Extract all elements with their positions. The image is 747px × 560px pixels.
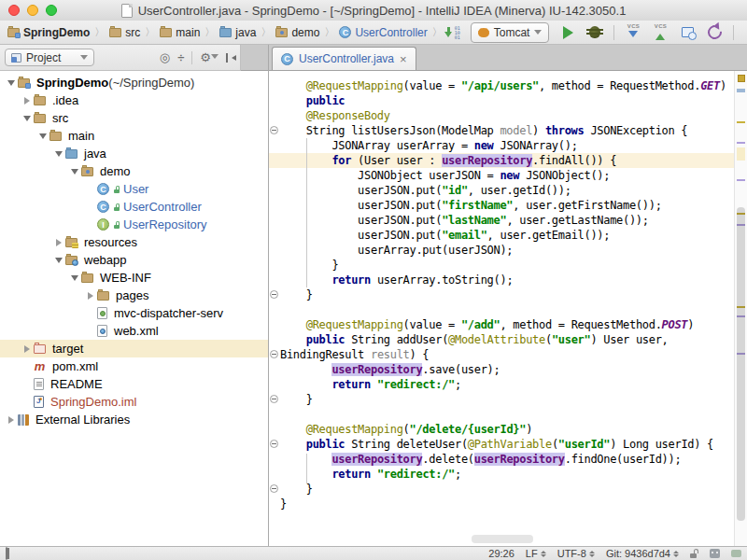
- tree-item-pages[interactable]: pages: [0, 287, 268, 304]
- expand-arrow[interactable]: [52, 239, 64, 246]
- code-line[interactable]: }: [269, 497, 734, 511]
- hide-panel-button[interactable]: [226, 53, 235, 63]
- expand-arrow[interactable]: [52, 151, 64, 157]
- code-line[interactable]: public: [269, 93, 734, 108]
- toggle-toolwindows-button[interactable]: [6, 548, 7, 559]
- tree-item-readme[interactable]: README: [0, 375, 268, 393]
- code-line[interactable]: userJSON.put("id", user.getId());: [269, 183, 734, 198]
- tree-item-resources[interactable]: resources: [0, 233, 268, 251]
- tree-item-external-libraries[interactable]: External Libraries: [0, 411, 268, 428]
- code-line[interactable]: [269, 302, 734, 317]
- vertical-scrollbar[interactable]: [737, 207, 745, 521]
- breadcrumb-item-usercontroller[interactable]: C UserController: [337, 26, 429, 39]
- code-line[interactable]: userRepository.save(user);: [269, 362, 734, 377]
- code-line[interactable]: for (User user : userRepository.findAll(…: [269, 153, 734, 168]
- breadcrumb-item-demo[interactable]: demo: [274, 26, 321, 39]
- notifications-button[interactable]: [731, 550, 741, 557]
- recent-changes-button[interactable]: [679, 23, 696, 42]
- horizontal-scrollbar[interactable]: [472, 535, 533, 543]
- code-line[interactable]: public String addUser(@ModelAttribute("u…: [269, 332, 734, 347]
- expand-arrow[interactable]: [52, 258, 64, 263]
- code-line[interactable]: BindingResult result) {: [269, 347, 734, 362]
- expand-arrow[interactable]: [5, 416, 17, 424]
- stripe-mark[interactable]: [737, 121, 745, 123]
- highlighting-level-button[interactable]: [710, 549, 720, 558]
- code-line[interactable]: @RequestMapping(value = "/add", method =…: [269, 317, 734, 332]
- tree-item-java[interactable]: java: [0, 145, 268, 162]
- tree-item-webapp[interactable]: webapp: [0, 251, 268, 269]
- readonly-toggle[interactable]: [690, 549, 698, 558]
- code-line[interactable]: JSONArray userArray = new JSONArray();: [269, 138, 734, 153]
- expand-arrow[interactable]: [21, 345, 33, 353]
- vcs-commit-button[interactable]: VCS: [652, 23, 669, 42]
- fold-marker-icon[interactable]: [270, 395, 278, 403]
- fold-marker-icon[interactable]: [270, 290, 278, 299]
- collapse-all-button[interactable]: ÷: [177, 51, 184, 63]
- tree-item-web-inf[interactable]: WEB-INF: [0, 269, 268, 287]
- expand-arrow[interactable]: [68, 275, 80, 281]
- run-button[interactable]: [559, 23, 576, 42]
- breadcrumb-item-main[interactable]: main: [158, 26, 202, 39]
- code-line[interactable]: @ResponseBody: [269, 108, 734, 123]
- code-line[interactable]: userArray.put(userJSON);: [269, 243, 734, 258]
- code-line[interactable]: userJSON.put("email", user.getEmail());: [269, 228, 734, 243]
- expand-arrow[interactable]: [36, 133, 49, 139]
- fold-marker-icon[interactable]: [270, 440, 278, 448]
- code-line[interactable]: userRepository.delete(userRepository.fin…: [269, 452, 734, 467]
- error-stripe[interactable]: [734, 71, 747, 546]
- fold-marker-icon[interactable]: [270, 484, 278, 493]
- stripe-mark[interactable]: [737, 89, 745, 92]
- code-line[interactable]: }: [269, 287, 734, 302]
- code-line[interactable]: return "redirect:/";: [269, 467, 734, 482]
- stripe-mark[interactable]: [737, 147, 745, 161]
- expand-arrow[interactable]: [84, 292, 96, 300]
- make-project-button[interactable]: 011001: [444, 23, 460, 42]
- tree-item-pom-xml[interactable]: mpom.xml: [0, 357, 268, 375]
- inspection-status-icon[interactable]: [738, 75, 745, 82]
- tree-item-demo[interactable]: demo: [0, 162, 268, 180]
- stripe-mark[interactable]: [737, 179, 745, 181]
- code-line[interactable]: return "redirect:/";: [269, 377, 734, 392]
- expand-arrow[interactable]: [68, 169, 80, 175]
- rollback-button[interactable]: [706, 23, 723, 42]
- code-line[interactable]: @RequestMapping("/delete/{userId}"): [269, 422, 734, 437]
- fold-marker-icon[interactable]: [270, 126, 278, 134]
- tree-item-springdemo[interactable]: SpringDemo (~/SpringDemo): [0, 74, 268, 91]
- tab-usercontroller-java[interactable]: C UserController.java ×: [272, 47, 416, 70]
- caret-position-widget[interactable]: 29:26: [488, 548, 514, 559]
- tree-item-target[interactable]: target: [0, 340, 268, 357]
- code-line[interactable]: userJSON.put("lastName", user.getLastNam…: [269, 213, 734, 228]
- code-line[interactable]: @RequestMapping(value = "/api/users", me…: [269, 78, 734, 93]
- encoding-widget[interactable]: UTF-8: [557, 548, 595, 559]
- expand-arrow[interactable]: [21, 116, 33, 121]
- close-window-button[interactable]: [8, 5, 20, 16]
- code-editor[interactable]: @RequestMapping(value = "/api/users", me…: [269, 71, 747, 546]
- expand-arrow[interactable]: [21, 97, 33, 105]
- editor-gutter[interactable]: [269, 71, 278, 546]
- breadcrumb-item-src[interactable]: src: [107, 26, 142, 39]
- code-line[interactable]: }: [269, 392, 734, 407]
- tree-item-web-xml[interactable]: web.xml: [0, 322, 268, 340]
- run-configuration-select[interactable]: Tomcat: [471, 22, 550, 43]
- panel-settings-button[interactable]: ⚙: [200, 51, 218, 63]
- expand-arrow[interactable]: [5, 80, 17, 86]
- close-icon[interactable]: ×: [400, 53, 407, 65]
- tree-item--idea[interactable]: .idea: [0, 91, 268, 109]
- tree-item-main[interactable]: main: [0, 127, 268, 145]
- locate-button[interactable]: ◎: [160, 51, 170, 63]
- tree-item-springdemo-iml[interactable]: SpringDemo.iml: [0, 393, 268, 411]
- code-line[interactable]: userJSON.put("firstName", user.getFirstN…: [269, 198, 734, 213]
- breadcrumb-item-springdemo[interactable]: SpringDemo: [6, 26, 92, 39]
- tree-item-src[interactable]: src: [0, 109, 268, 127]
- tree-item-userrepository[interactable]: IUserRepository: [0, 216, 268, 233]
- code-line[interactable]: return userArray.toString();: [269, 273, 734, 287]
- vcs-update-button[interactable]: VCS: [625, 23, 641, 42]
- code-area[interactable]: @RequestMapping(value = "/api/users", me…: [269, 78, 734, 511]
- debug-button[interactable]: [586, 23, 603, 42]
- fold-marker-icon[interactable]: [270, 350, 278, 358]
- breadcrumb-item-java[interactable]: java: [218, 26, 258, 39]
- minimize-window-button[interactable]: [27, 5, 38, 16]
- code-line[interactable]: String listUsersJson(ModelMap model) thr…: [269, 123, 734, 138]
- code-line[interactable]: public String deleteUser(@PathVariable("…: [269, 437, 734, 452]
- code-line[interactable]: }: [269, 482, 734, 497]
